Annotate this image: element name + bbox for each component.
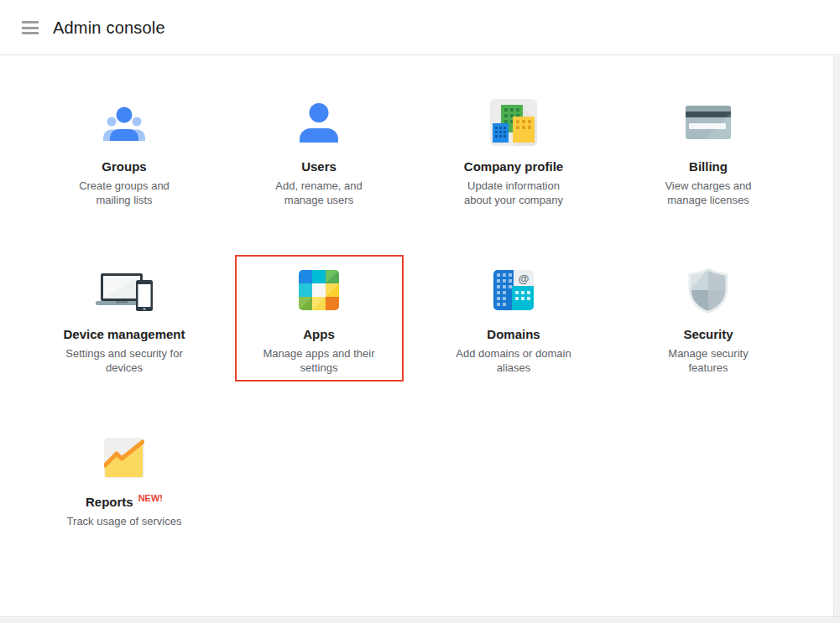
tile-description: Add, rename, and manage users [275,179,362,207]
device-management-icon [92,267,156,314]
tile-title-text: Reports [86,495,133,509]
vertical-scrollbar-track[interactable] [833,56,840,616]
hamburger-menu-icon[interactable] [22,20,40,35]
billing-icon [685,99,732,146]
tile-title: Users [301,159,337,174]
tile-title: Security [683,327,733,341]
horizontal-scrollbar-track[interactable] [0,616,840,623]
tile-reports[interactable]: Reports NEW! Track usage of services [27,419,222,587]
tile-title: Domains [487,327,540,341]
app-header: Admin console [0,0,840,55]
tile-billing[interactable]: Billing View charges and manage licenses [611,84,806,252]
tile-description: Settings and security for devices [65,346,182,375]
tile-title: Groups [102,159,146,174]
security-shield-icon [685,267,732,314]
tile-title: Reports NEW! [86,495,163,509]
svg-text:@: @ [519,273,530,285]
users-icon [295,99,342,146]
tile-description: Add domains or domain aliases [456,346,571,375]
reports-icon [104,434,144,481]
service-tile-grid: Groups Create groups and mailing lists U… [27,84,806,587]
company-profile-icon [490,99,537,146]
tile-security[interactable]: Security Manage security features [611,252,806,419]
tile-description: Create groups and mailing lists [79,179,170,207]
tile-description: Update information about your company [464,179,563,207]
apps-icon [299,267,339,314]
tile-company-profile[interactable]: Company profile Update information about… [416,84,611,252]
tile-domains[interactable]: @ Domains Add domains or domain aliases [416,252,611,419]
tile-groups[interactable]: Groups Create groups and mailing lists [27,84,222,252]
page-title: Admin console [53,0,165,55]
tile-description: View charges and manage licenses [665,179,751,207]
tile-device-management[interactable]: Device management Settings and security … [27,252,222,419]
tile-apps[interactable]: Apps Manage apps and their settings [222,252,416,419]
tile-description: Manage apps and their settings [263,346,375,375]
tile-users[interactable]: Users Add, rename, and manage users [222,84,416,252]
new-badge: NEW! [138,493,163,503]
tile-title: Billing [689,159,728,174]
groups-icon [101,99,148,146]
tile-title: Apps [303,327,335,341]
tile-description: Track usage of services [67,514,182,528]
tile-title: Device management [63,327,185,341]
domains-icon: @ [493,267,534,314]
tile-title: Company profile [464,159,563,174]
tile-description: Manage security features [668,346,748,375]
